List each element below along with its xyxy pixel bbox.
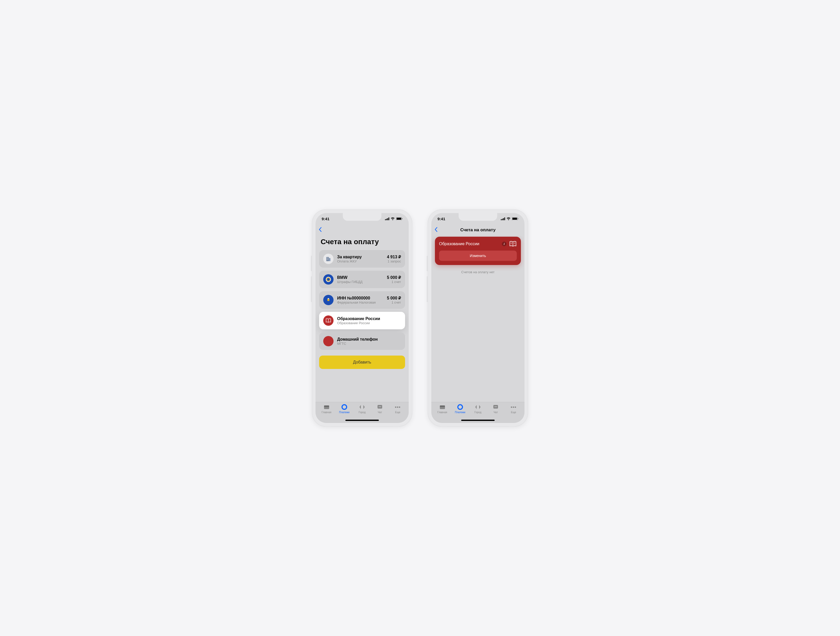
panel-title: Образование России xyxy=(439,241,499,246)
status-time: 9:41 xyxy=(437,217,445,221)
empty-message: Счетов на оплату нет xyxy=(435,270,521,274)
svg-rect-27 xyxy=(397,407,398,408)
tab-label: Чат xyxy=(494,411,498,414)
svg-rect-32 xyxy=(504,218,505,220)
bill-card-phone[interactable]: Домашний телефон МГТС xyxy=(319,332,405,350)
circle-icon xyxy=(341,404,348,410)
wallet-icon xyxy=(439,404,446,410)
svg-line-39 xyxy=(514,243,515,243)
bill-title: ИНН №00000000 xyxy=(337,296,384,300)
svg-line-37 xyxy=(511,243,512,243)
svg-rect-10 xyxy=(328,257,328,258)
svg-rect-35 xyxy=(518,218,518,219)
bill-title: BMW xyxy=(337,275,384,280)
more-icon xyxy=(510,404,517,410)
back-button[interactable] xyxy=(319,226,322,234)
svg-rect-31 xyxy=(503,218,504,220)
bill-card-apartment[interactable]: За квартиру Оплата ЖКУ 4 913 ₽ 1 запрос xyxy=(319,250,405,268)
bill-count: 1 счет xyxy=(387,280,401,284)
screen-left: 9:41 Счета на оплату xyxy=(316,213,409,423)
notch xyxy=(459,213,497,221)
info-icon[interactable]: i xyxy=(502,241,507,246)
wallet-icon xyxy=(323,404,330,410)
bill-title: Домашний телефон xyxy=(337,337,401,342)
wifi-icon xyxy=(507,217,511,221)
cellular-icon xyxy=(501,217,505,221)
bill-card-tax[interactable]: ИНН №00000000 Федеральная Налоговая 5 00… xyxy=(319,291,405,309)
tab-label: Город xyxy=(358,411,365,414)
bill-amount: 4 913 ₽ xyxy=(387,254,401,259)
status-indicators xyxy=(385,217,403,221)
notch xyxy=(343,213,381,221)
svg-rect-14 xyxy=(328,260,328,260)
svg-rect-7 xyxy=(326,257,329,261)
chat-icon xyxy=(376,404,383,410)
svg-rect-48 xyxy=(515,407,516,408)
bill-subtitle: Образование России xyxy=(337,321,401,325)
svg-rect-0 xyxy=(385,219,386,220)
screen-right: 9:41 Счета на оплату О xyxy=(431,213,524,423)
nav-bar: Счета на оплату xyxy=(431,224,524,236)
svg-rect-6 xyxy=(402,218,403,219)
tax-emblem-icon xyxy=(323,295,333,305)
battery-icon xyxy=(396,217,403,221)
svg-rect-25 xyxy=(379,407,381,407)
tab-home[interactable]: Главная xyxy=(433,404,451,423)
tab-label: Еще xyxy=(511,411,516,414)
bill-subtitle: Федеральная Налоговая xyxy=(337,300,384,305)
svg-rect-30 xyxy=(502,219,503,220)
tab-more[interactable]: Еще xyxy=(505,404,523,423)
svg-rect-2 xyxy=(387,218,388,220)
tab-home[interactable]: Главная xyxy=(317,404,335,423)
bill-subtitle: Штрафы ГИБДД xyxy=(337,280,384,284)
svg-rect-13 xyxy=(327,260,327,260)
tab-more[interactable]: Еще xyxy=(389,404,407,423)
home-indicator[interactable] xyxy=(345,420,379,421)
home-indicator[interactable] xyxy=(461,420,495,421)
battery-icon xyxy=(512,217,518,221)
svg-rect-26 xyxy=(395,407,396,408)
svg-point-23 xyxy=(342,405,347,409)
add-button[interactable]: Добавить xyxy=(319,355,405,369)
tab-bar: Главная Платежи Город Чат Еще xyxy=(316,402,409,423)
svg-rect-12 xyxy=(328,259,328,259)
content-area: Счета на оплату За квартиру Оплата ЖКУ 4… xyxy=(316,236,409,402)
svg-rect-47 xyxy=(513,407,514,408)
wifi-icon xyxy=(391,217,395,221)
tab-label: Главная xyxy=(437,411,447,414)
tab-label: Чат xyxy=(378,411,382,414)
tab-label: Главная xyxy=(322,411,332,414)
content-area: Образование России i Изменить Счетов на … xyxy=(431,236,524,402)
svg-rect-11 xyxy=(327,259,327,259)
bill-title: За квартиру xyxy=(337,255,384,259)
nav-title: Счета на оплату xyxy=(431,227,524,233)
status-time: 9:41 xyxy=(322,217,329,221)
provider-icon xyxy=(323,336,333,346)
bill-card-education[interactable]: Образование России Образование России xyxy=(319,312,405,329)
more-icon xyxy=(394,404,401,410)
bill-count: 1 запрос xyxy=(387,259,401,263)
tab-bar: Главная Платежи Город Чат Еще xyxy=(431,402,524,423)
svg-rect-28 xyxy=(399,407,400,408)
bill-title: Образование России xyxy=(337,316,401,321)
diamond-icon xyxy=(359,404,365,410)
svg-rect-9 xyxy=(327,257,327,258)
bill-subtitle: Оплата ЖКУ xyxy=(337,259,384,263)
tab-label: Платежи xyxy=(339,411,350,414)
book-icon xyxy=(323,316,333,326)
cellular-icon xyxy=(385,217,389,221)
change-button[interactable]: Изменить xyxy=(439,251,517,261)
bill-amount: 5 000 ₽ xyxy=(387,296,401,300)
tab-label: Еще xyxy=(395,411,400,414)
bill-card-bmw[interactable]: BMW Штрафы ГИБДД 5 000 ₽ 1 счет xyxy=(319,271,405,288)
svg-rect-45 xyxy=(494,407,497,407)
diamond-icon xyxy=(475,404,481,410)
svg-rect-42 xyxy=(440,406,445,407)
status-indicators xyxy=(501,217,518,221)
tab-label: Город xyxy=(474,411,481,414)
back-button[interactable] xyxy=(434,226,437,234)
svg-rect-34 xyxy=(512,218,517,220)
building-icon xyxy=(323,254,333,264)
page-title: Счета на оплату xyxy=(319,236,405,250)
svg-point-43 xyxy=(458,405,463,409)
